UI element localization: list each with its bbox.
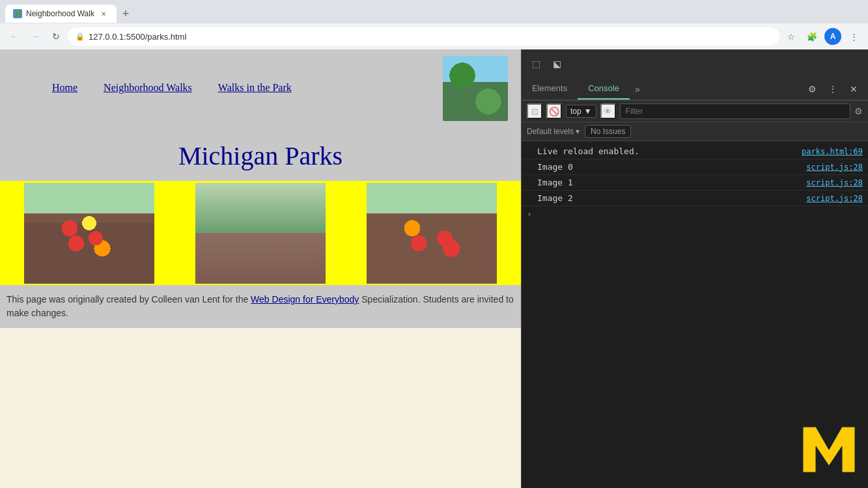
devtools-close-button[interactable]: ✕ xyxy=(845,80,863,98)
header-image xyxy=(443,56,508,121)
devtools-header: ⬚ ⬕ Elements Console » ⚙ ⋮ ✕ xyxy=(522,49,868,101)
tab-favicon xyxy=(13,9,22,18)
tab-console[interactable]: Console xyxy=(578,78,630,100)
levels-dropdown-icon: ▾ xyxy=(576,127,580,136)
devtools-right-icons: ⚙ ⋮ ✕ xyxy=(803,80,868,98)
console-entry-text-0: Live reload enabled. xyxy=(537,146,802,156)
website-header: Home Neighborhood Walks Walks in the Par… xyxy=(0,49,521,128)
console-dock-button[interactable]: ⊡ xyxy=(527,103,542,119)
tab-elements[interactable]: Elements xyxy=(522,78,578,100)
console-entry-text-1: Image 0 xyxy=(537,162,806,172)
extension-button[interactable]: 🧩 xyxy=(803,27,821,46)
console-entry-text-2: Image 1 xyxy=(537,178,806,187)
context-selector[interactable]: top ▼ xyxy=(566,105,596,118)
console-entry-link-3[interactable]: script.js:28 xyxy=(806,194,863,203)
refresh-button[interactable]: ↻ xyxy=(47,27,65,46)
nav-neighborhood-walks-link[interactable]: Neighborhood Walks xyxy=(104,82,192,94)
devtools-more-options-button[interactable]: ⋮ xyxy=(824,80,842,98)
nav-walks-in-park-link[interactable]: Walks in the Park xyxy=(218,82,292,94)
browser-toolbar: ← → ↻ 🔒 127.0.0.1:5500/parks.html ☆ 🧩 A … xyxy=(0,23,868,49)
image-gallery xyxy=(0,181,521,285)
gallery-image-1 xyxy=(24,183,154,284)
footer-attribution: This page was originally created by Coll… xyxy=(0,285,521,328)
back-button[interactable]: ← xyxy=(5,27,23,46)
console-entry-link-1[interactable]: script.js:28 xyxy=(806,163,863,172)
console-entry-1: Image 0 script.js:28 xyxy=(522,159,868,175)
website-content: Home Neighborhood Walks Walks in the Par… xyxy=(0,49,521,488)
footer-text-before-link: This page was originally created by Coll… xyxy=(7,294,251,305)
toolbar-right-icons: ☆ 🧩 A ⋮ xyxy=(782,27,863,46)
address-bar[interactable]: 🔒 127.0.0.1:5500/parks.html xyxy=(68,27,779,46)
console-prompt-arrow: › xyxy=(527,209,532,219)
address-lock-icon: 🔒 xyxy=(76,33,85,41)
gallery-image-3 xyxy=(367,183,497,284)
devtools-settings-button[interactable]: ⚙ xyxy=(803,80,821,98)
page-title: Michigan Parks xyxy=(0,128,521,181)
console-entry-0: Live reload enabled. parks.html:69 xyxy=(522,144,868,159)
console-entry-2: Image 1 script.js:28 xyxy=(522,175,868,191)
console-eye-button[interactable]: 👁 xyxy=(600,103,616,119)
umich-logo xyxy=(803,427,855,475)
devtools-tab-row: Elements Console » ⚙ ⋮ ✕ xyxy=(522,78,868,100)
devtools-side-icons: ⬚ ⬕ xyxy=(522,49,868,78)
devtools-select-element-button[interactable]: ⬚ xyxy=(527,55,545,73)
console-filter-input[interactable] xyxy=(620,103,850,119)
browser-tab-active[interactable]: Neighborhood Walk ✕ xyxy=(5,5,117,23)
forward-button[interactable]: → xyxy=(26,27,44,46)
nav-home-link[interactable]: Home xyxy=(52,82,77,94)
address-text: 127.0.0.1:5500/parks.html xyxy=(89,32,186,42)
bookmark-star-button[interactable]: ☆ xyxy=(782,27,800,46)
console-entry-3: Image 2 script.js:28 xyxy=(522,191,868,206)
site-navigation: Home Neighborhood Walks Walks in the Par… xyxy=(13,56,292,94)
michigan-m-icon xyxy=(803,427,855,472)
levels-label: Default levels xyxy=(527,127,574,136)
page-background xyxy=(0,328,521,488)
browser-chrome: Neighborhood Walk ✕ + ← → ↻ 🔒 127.0.0.1:… xyxy=(0,0,868,49)
console-clear-button[interactable]: 🚫 xyxy=(546,103,562,119)
footer-link[interactable]: Web Design for Everybody xyxy=(251,294,359,305)
profile-avatar: A xyxy=(824,28,841,45)
console-entry-link-2[interactable]: script.js:28 xyxy=(806,178,863,187)
filter-settings-icon[interactable]: ⚙ xyxy=(854,106,863,116)
devtools-panel: ⬚ ⬕ Elements Console » ⚙ ⋮ ✕ ⊡ 🚫 top ▼ xyxy=(521,49,868,488)
profile-button[interactable]: A xyxy=(824,27,842,46)
default-levels-selector[interactable]: Default levels ▾ xyxy=(527,127,580,136)
console-toolbar: ⊡ 🚫 top ▼ 👁 ⚙ xyxy=(522,101,868,122)
context-dropdown-icon: ▼ xyxy=(584,107,592,116)
devtools-more-tabs-button[interactable]: » xyxy=(630,79,645,100)
tab-bar: Neighborhood Walk ✕ + xyxy=(0,0,868,23)
header-photo xyxy=(443,56,508,121)
tab-title: Neighborhood Walk xyxy=(26,9,94,18)
devtools-device-toolbar-button[interactable]: ⬕ xyxy=(548,55,566,73)
new-tab-button[interactable]: + xyxy=(117,5,135,23)
levels-bar: Default levels ▾ No Issues xyxy=(522,122,868,141)
console-entry-link-0[interactable]: parks.html:69 xyxy=(802,147,863,156)
tab-close-button[interactable]: ✕ xyxy=(98,8,109,19)
context-value: top xyxy=(570,107,581,116)
console-entry-text-3: Image 2 xyxy=(537,193,806,203)
main-area: Home Neighborhood Walks Walks in the Par… xyxy=(0,49,868,488)
gallery-image-2 xyxy=(195,183,326,284)
svg-marker-0 xyxy=(803,427,855,472)
console-prompt[interactable]: › xyxy=(522,206,868,221)
menu-button[interactable]: ⋮ xyxy=(845,27,863,46)
no-issues-badge: No Issues xyxy=(585,125,631,138)
